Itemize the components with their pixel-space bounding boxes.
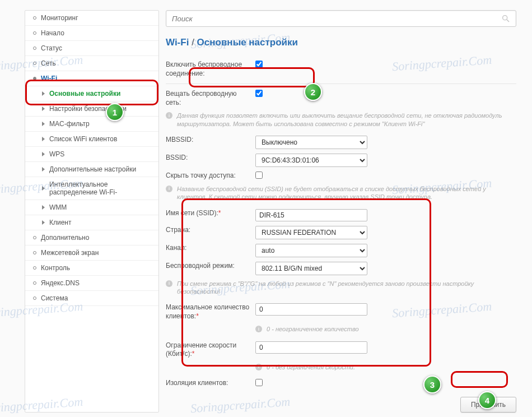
- mbssid-select[interactable]: Выключено: [255, 136, 367, 149]
- country-select[interactable]: RUSSIAN FEDERATION: [255, 226, 367, 239]
- nav-monitoring[interactable]: Мониторинг: [25, 11, 158, 26]
- channel-select[interactable]: auto: [255, 244, 367, 257]
- broadcast-label: Вещать беспроводную сеть:: [166, 90, 255, 107]
- hide-ap-checkbox[interactable]: [255, 172, 263, 179]
- ssid-input[interactable]: [255, 209, 367, 221]
- nav-network[interactable]: Сеть: [25, 56, 158, 71]
- breadcrumb: Wi-Fi / Основные настройки: [166, 37, 516, 48]
- svg-line-1: [507, 20, 509, 22]
- sub-mac-filter[interactable]: MAC-фильтр: [25, 117, 158, 132]
- mbssid-label: MBSSID:: [166, 136, 255, 145]
- nav-firewall[interactable]: Межсетевой экран: [25, 245, 158, 261]
- nav-start[interactable]: Начало: [25, 26, 158, 41]
- sidebar: Мониторинг Начало Статус Сеть Wi-Fi Осно…: [25, 10, 159, 413]
- info-icon: i: [255, 326, 262, 332]
- search-icon: [501, 14, 510, 23]
- sub-advanced[interactable]: Дополнительные настройки: [25, 162, 158, 177]
- search-bar: [166, 10, 516, 27]
- sub-wmm[interactable]: WMM: [25, 200, 158, 215]
- mode-hint: iПри смене режима с "B"/"G" на любой из …: [166, 280, 516, 296]
- info-icon: i: [166, 280, 172, 287]
- channel-label: Канал:: [166, 244, 255, 253]
- ssid-label: Имя сети (SSID):*: [166, 209, 255, 218]
- nav-system[interactable]: Система: [25, 291, 158, 306]
- isolation-label: Изоляция клиентов:: [166, 379, 255, 388]
- enable-wireless-label: Включить беспроводное соединение:: [166, 61, 255, 78]
- nav-additional[interactable]: Дополнительно: [25, 230, 158, 245]
- info-icon: i: [166, 112, 172, 119]
- sub-client[interactable]: Клиент: [25, 215, 158, 230]
- breadcrumb-section: Wi-Fi: [166, 37, 189, 48]
- breadcrumb-page: Основные настройки: [197, 37, 298, 48]
- nav-control[interactable]: Контроль: [25, 261, 158, 276]
- search-input[interactable]: [172, 15, 501, 23]
- speed-limit-label: Ограничение скорости (Кбит/с):*: [166, 341, 255, 359]
- isolation-checkbox[interactable]: [255, 379, 263, 386]
- mode-select[interactable]: 802.11 B/G/N mixed: [255, 262, 367, 275]
- sub-basic-settings[interactable]: Основные настройки: [25, 86, 158, 101]
- max-clients-input[interactable]: [255, 303, 367, 316]
- bssid-label: BSSID:: [166, 154, 255, 163]
- broadcast-hint: iДанная функция позволяет включить или в…: [166, 112, 516, 128]
- info-icon: i: [255, 364, 262, 370]
- sub-wps[interactable]: WPS: [25, 147, 158, 162]
- nav-wifi[interactable]: Wi-Fi: [25, 71, 158, 86]
- wifi-submenu: Основные настройки Настройки безопасност…: [25, 86, 158, 230]
- speed-limit-input[interactable]: [255, 341, 367, 354]
- broadcast-checkbox[interactable]: [255, 90, 263, 97]
- sub-security-settings[interactable]: Настройки безопасности: [25, 101, 158, 117]
- main-panel: Wi-Fi / Основные настройки Включить бесп…: [166, 10, 516, 413]
- bssid-select[interactable]: 9C:D6:43:3D:01:06: [255, 154, 367, 167]
- hide-ap-label: Скрыть точку доступа:: [166, 172, 255, 180]
- enable-wireless-checkbox[interactable]: [255, 61, 263, 68]
- max-clients-hint: i0 - неограниченное количество: [255, 325, 516, 333]
- sub-smart-wifi[interactable]: Интеллектуальное распределение Wi-Fi-: [25, 177, 158, 200]
- country-label: Страна:: [166, 226, 255, 235]
- svg-point-0: [503, 16, 507, 20]
- info-icon: i: [166, 186, 172, 192]
- hide-ap-hint: iНазвание беспроводной сети (SSID) не бу…: [166, 185, 516, 201]
- apply-button[interactable]: Применить: [460, 397, 516, 413]
- nav-yandex-dns[interactable]: Яндекс.DNS: [25, 276, 158, 291]
- page-container: Мониторинг Начало Статус Сеть Wi-Fi Осно…: [0, 0, 532, 417]
- speed-limit-hint: i0 - без ограничения скорости.: [255, 363, 516, 371]
- nav-status[interactable]: Статус: [25, 41, 158, 56]
- max-clients-label: Максимальное количество клиентов:*: [166, 303, 255, 321]
- sub-wifi-clients[interactable]: Список WiFi клиентов: [25, 132, 158, 147]
- mode-label: Беспроводной режим:: [166, 262, 255, 271]
